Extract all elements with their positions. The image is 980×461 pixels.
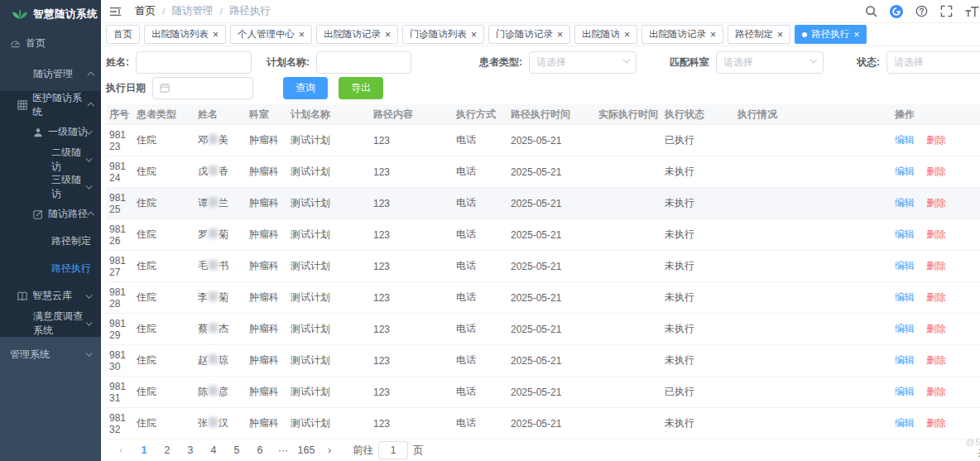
sidebar-item-随访管理[interactable]: 随访管理: [0, 59, 101, 89]
prev-page-button[interactable]: ‹: [112, 444, 130, 456]
close-tab-icon[interactable]: ×: [853, 30, 859, 40]
delete-link[interactable]: 删除: [926, 228, 946, 240]
close-tab-icon[interactable]: ×: [385, 30, 391, 40]
search-icon[interactable]: [865, 5, 877, 17]
status-select[interactable]: 请选择: [886, 51, 980, 74]
column-header-路径执行时间: 路径执行时间: [507, 104, 595, 125]
close-tab-icon[interactable]: ×: [471, 30, 477, 40]
sidebar-item-三级随访[interactable]: 三级随访: [0, 173, 101, 200]
close-tab-icon[interactable]: ×: [777, 30, 783, 40]
breadcrumb-level2[interactable]: 随访管理: [171, 4, 213, 18]
dept-select[interactable]: 请选择: [716, 51, 824, 74]
seq-line: 981: [109, 161, 130, 172]
sidebar-item-满意度调查系统[interactable]: 满意度调查系统: [0, 310, 101, 337]
breadcrumb-home[interactable]: 首页: [135, 4, 156, 18]
edit-link[interactable]: 编辑: [895, 354, 915, 366]
tab-出院随访[interactable]: 出院随访×: [574, 25, 637, 44]
sidebar-item-医护随访系统[interactable]: 医护随访系统: [0, 91, 101, 118]
seq-line: 31: [109, 392, 130, 404]
delete-link[interactable]: 删除: [926, 417, 946, 429]
patient-type-select[interactable]: 请选择: [529, 51, 637, 74]
sidebar-item-二级随访[interactable]: 二级随访: [0, 146, 101, 173]
close-tab-icon[interactable]: ×: [624, 30, 630, 40]
close-tab-icon[interactable]: ×: [213, 30, 219, 40]
page-button-3[interactable]: 3: [181, 444, 199, 456]
delete-link[interactable]: 删除: [926, 354, 946, 366]
page-button-4[interactable]: 4: [204, 444, 223, 456]
goto-page-input[interactable]: [378, 441, 408, 459]
fullscreen-icon[interactable]: [940, 5, 953, 17]
delete-link[interactable]: 删除: [926, 197, 946, 209]
delete-link[interactable]: 删除: [926, 323, 946, 334]
tab-出院随访记录[interactable]: 出院随访记录×: [316, 25, 398, 44]
cell-dept: 肿瘤科: [246, 345, 287, 377]
sidebar-item-首页[interactable]: 首页: [0, 28, 101, 59]
sidebar-item-路径制定[interactable]: 路径制定: [0, 228, 101, 255]
page-button-···[interactable]: ···: [274, 444, 292, 456]
cell-detail: [734, 125, 891, 156]
page-button-6[interactable]: 6: [251, 444, 269, 456]
cell-plan-time: 2025-05-21: [507, 251, 595, 282]
close-tab-icon[interactable]: ×: [710, 30, 716, 40]
edit-link[interactable]: 编辑: [895, 197, 915, 209]
edit-link[interactable]: 编辑: [895, 166, 915, 177]
tab-出院随访列表[interactable]: 出院随访列表×: [144, 25, 226, 44]
sidebar-item-智慧云库[interactable]: 智慧云库: [0, 282, 101, 310]
cell-status: 已执行: [661, 377, 734, 408]
delete-link[interactable]: 删除: [926, 260, 946, 271]
edit-link[interactable]: 编辑: [895, 386, 915, 397]
edit-link[interactable]: 编辑: [895, 260, 915, 271]
cell-detail: [734, 282, 891, 314]
edit-link[interactable]: 编辑: [895, 291, 915, 303]
cell-content: 123: [370, 314, 453, 345]
sidebar-item-随访路径[interactable]: 随访路径: [0, 200, 101, 228]
page-button-165[interactable]: 165: [297, 444, 315, 456]
name-last: 汉: [219, 417, 228, 429]
table-row: 98125住院谭兰肿瘤科测试计划123电话2025-05-21未执行编辑删除: [106, 188, 980, 219]
delete-link[interactable]: 删除: [926, 134, 946, 146]
edit-link[interactable]: 编辑: [895, 228, 915, 240]
name-last: 彦: [219, 386, 228, 397]
page-button-1[interactable]: 1: [135, 444, 153, 456]
exec-date-input[interactable]: [152, 77, 253, 99]
next-page-button[interactable]: ›: [320, 444, 339, 456]
tab-个人管理中心[interactable]: 个人管理中心×: [230, 25, 312, 44]
cell-actions: 编辑删除: [891, 408, 980, 439]
page-button-5[interactable]: 5: [228, 444, 246, 456]
tab-门诊随访列表[interactable]: 门诊随访列表×: [402, 25, 484, 44]
tab-路径执行[interactable]: 路径执行×: [795, 25, 867, 44]
edit-link[interactable]: 编辑: [895, 323, 915, 334]
delete-link[interactable]: 删除: [926, 386, 946, 397]
export-button[interactable]: 导出: [339, 77, 383, 99]
name-last: 杰: [219, 323, 228, 334]
seq-line: 981: [109, 192, 130, 204]
delete-link[interactable]: 删除: [926, 166, 946, 177]
name-input[interactable]: [136, 51, 252, 74]
name-first: 李: [198, 291, 208, 303]
tab-门诊随访记录[interactable]: 门诊随访记录×: [488, 25, 570, 44]
tab-出院随访记录[interactable]: 出院随访记录×: [641, 25, 723, 44]
close-tab-icon[interactable]: ×: [557, 30, 563, 40]
font-size-icon[interactable]: [965, 6, 979, 17]
cell-actions: 编辑删除: [891, 282, 980, 314]
seq-line: 27: [109, 267, 130, 278]
close-tab-icon[interactable]: ×: [299, 30, 305, 40]
help-icon[interactable]: [915, 5, 928, 17]
sidebar-item-一级随访[interactable]: 一级随访: [0, 118, 101, 146]
search-button[interactable]: 查询: [283, 77, 328, 99]
cell-plan-time: 2025-05-21: [507, 314, 595, 345]
edit-link[interactable]: 编辑: [895, 134, 915, 146]
sidebar-item-管理系统[interactable]: 管理系统: [0, 337, 101, 372]
delete-link[interactable]: 删除: [926, 291, 946, 303]
name-redacted-blur: [209, 134, 218, 144]
edit-link[interactable]: 编辑: [895, 417, 915, 429]
cell-actual-time: [595, 251, 661, 282]
cell-actual-time: [595, 408, 661, 439]
page-button-2[interactable]: 2: [158, 444, 176, 456]
sidebar-item-路径执行[interactable]: 路径执行: [0, 255, 101, 282]
plan-name-input[interactable]: [316, 51, 411, 74]
tab-首页[interactable]: 首页: [106, 25, 140, 44]
sidebar-fold-icon[interactable]: [108, 4, 123, 19]
tab-路径制定[interactable]: 路径制定×: [728, 25, 790, 44]
gitee-icon[interactable]: [890, 5, 903, 18]
